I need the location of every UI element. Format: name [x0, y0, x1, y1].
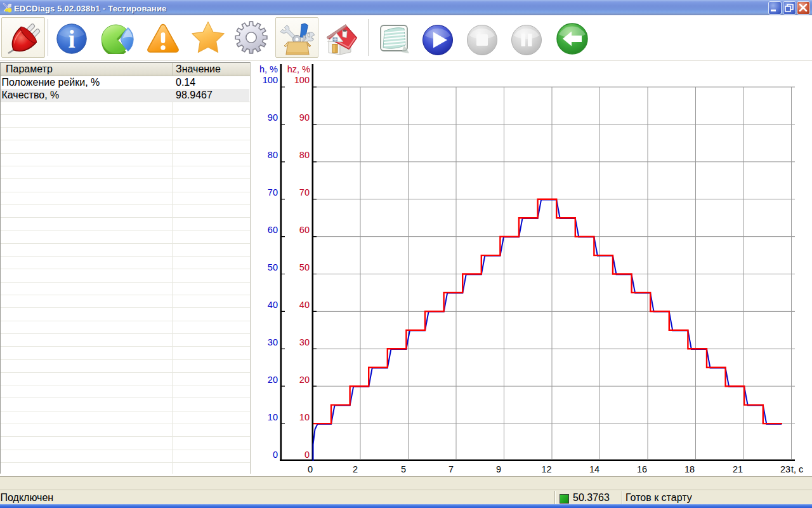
svg-text:50: 50 — [299, 262, 310, 272]
svg-text:60: 60 — [299, 225, 310, 235]
svg-text:100: 100 — [294, 75, 310, 85]
svg-text:20: 20 — [268, 375, 278, 385]
svg-text:20: 20 — [299, 375, 310, 385]
svg-text:12: 12 — [541, 464, 551, 474]
svg-text:5: 5 — [401, 464, 406, 474]
svg-text:h, %: h, % — [259, 64, 278, 74]
svg-text:10: 10 — [268, 412, 278, 422]
svg-text:16: 16 — [637, 464, 647, 474]
svg-text:2: 2 — [353, 464, 358, 474]
svg-text:40: 40 — [268, 300, 278, 310]
svg-text:0: 0 — [308, 464, 313, 474]
svg-text:21: 21 — [733, 464, 743, 474]
svg-text:30: 30 — [268, 337, 278, 347]
svg-text:7: 7 — [449, 464, 454, 474]
svg-text:23: 23 — [780, 464, 790, 474]
svg-text:10: 10 — [299, 412, 310, 422]
svg-text:90: 90 — [299, 112, 310, 123]
svg-text:9: 9 — [496, 464, 501, 474]
svg-text:40: 40 — [299, 300, 310, 310]
svg-text:80: 80 — [299, 150, 310, 160]
svg-text:90: 90 — [268, 112, 278, 123]
svg-text:100: 100 — [263, 75, 278, 85]
svg-text:0: 0 — [273, 450, 278, 460]
svg-text:0: 0 — [304, 450, 310, 460]
svg-text:14: 14 — [589, 464, 599, 474]
svg-text:70: 70 — [268, 187, 278, 197]
svg-text:60: 60 — [268, 225, 278, 235]
svg-text:80: 80 — [268, 150, 278, 160]
svg-text:hz, %: hz, % — [287, 64, 310, 74]
svg-text:50: 50 — [268, 262, 278, 272]
svg-text:70: 70 — [299, 187, 310, 197]
svg-text:t, c: t, c — [791, 464, 803, 474]
svg-text:30: 30 — [299, 337, 310, 347]
svg-text:18: 18 — [684, 464, 695, 474]
